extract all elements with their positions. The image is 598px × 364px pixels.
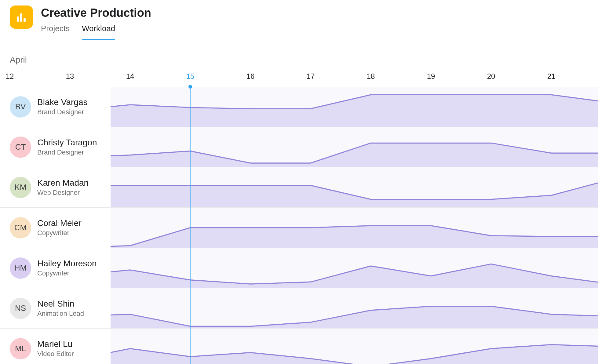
- tab-workload[interactable]: Workload: [82, 24, 115, 40]
- date-19[interactable]: 19: [427, 72, 435, 81]
- workload-row[interactable]: KMKaren MadanWeb Designer: [0, 167, 598, 208]
- person-info: Karen MadanWeb Designer: [37, 178, 89, 196]
- person-name: Hailey Moreson: [37, 259, 97, 268]
- svg-rect-0: [17, 16, 19, 22]
- avatar: CM: [10, 217, 31, 238]
- person-name: Coral Meier: [37, 218, 82, 228]
- person-role: Brand Designer: [37, 148, 97, 156]
- svg-rect-1: [20, 13, 22, 22]
- person-cell[interactable]: NSNeel ShinAnimation Lead: [10, 288, 111, 328]
- avatar: ML: [10, 338, 31, 359]
- avatar: HM: [10, 257, 31, 279]
- date-21[interactable]: 21: [547, 72, 556, 81]
- date-track: 12131415161718192021: [0, 72, 598, 87]
- person-cell[interactable]: CMCoral MeierCopywriter: [10, 208, 111, 248]
- person-info: Neel ShinAnimation Lead: [37, 299, 84, 317]
- person-info: Christy TaragonBrand Designer: [37, 138, 97, 156]
- date-16[interactable]: 16: [246, 72, 255, 81]
- date-20[interactable]: 20: [487, 72, 495, 81]
- tabs: Projects Workload: [41, 24, 151, 40]
- today-dot: [188, 85, 192, 89]
- person-role: Copywriter: [37, 269, 97, 277]
- header-text: Creative Production Projects Workload: [41, 5, 151, 40]
- person-cell[interactable]: CTChristy TaragonBrand Designer: [10, 127, 111, 167]
- person-cell[interactable]: BVBlake VargasBrand Designer: [10, 87, 111, 127]
- person-cell[interactable]: HMHailey MoresonCopywriter: [10, 248, 111, 288]
- person-info: Mariel LuVideo Editor: [37, 339, 74, 358]
- page-title: Creative Production: [41, 7, 151, 20]
- person-name: Mariel Lu: [37, 339, 74, 349]
- person-role: Copywriter: [37, 229, 82, 237]
- date-17[interactable]: 17: [307, 72, 315, 81]
- workload-row[interactable]: CMCoral MeierCopywriter: [0, 208, 598, 248]
- workload-row[interactable]: NSNeel ShinAnimation Lead: [0, 288, 598, 329]
- date-15[interactable]: 15: [186, 72, 195, 81]
- person-cell[interactable]: KMKaren MadanWeb Designer: [10, 167, 111, 207]
- workload-row[interactable]: MLMariel LuVideo Editor: [0, 329, 598, 364]
- avatar: BV: [10, 96, 31, 118]
- person-info: Coral MeierCopywriter: [37, 218, 82, 237]
- person-name: Blake Vargas: [37, 97, 87, 107]
- person-role: Web Designer: [37, 189, 89, 197]
- person-cell[interactable]: MLMariel LuVideo Editor: [10, 329, 111, 364]
- avatar: CT: [10, 136, 31, 158]
- person-name: Christy Taragon: [37, 138, 97, 147]
- person-role: Animation Lead: [37, 310, 84, 318]
- person-info: Blake VargasBrand Designer: [37, 97, 87, 116]
- person-info: Hailey MoresonCopywriter: [37, 259, 97, 277]
- date-12[interactable]: 12: [6, 72, 14, 81]
- avatar: NS: [10, 298, 31, 319]
- date-13[interactable]: 13: [66, 72, 74, 81]
- workload-chart[interactable]: BVBlake VargasBrand DesignerCTChristy Ta…: [0, 87, 598, 364]
- workload-row[interactable]: BVBlake VargasBrand Designer: [0, 87, 598, 127]
- workspace-icon: [10, 5, 33, 29]
- header: Creative Production Projects Workload: [0, 0, 598, 43]
- tab-projects[interactable]: Projects: [41, 24, 70, 40]
- bar-chart-icon: [15, 11, 27, 23]
- person-role: Video Editor: [37, 350, 74, 358]
- person-name: Neel Shin: [37, 299, 84, 309]
- workload-row[interactable]: HMHailey MoresonCopywriter: [0, 248, 598, 288]
- svg-rect-2: [24, 18, 26, 22]
- person-name: Karen Madan: [37, 178, 89, 188]
- person-role: Brand Designer: [37, 108, 87, 116]
- people-column-divider: [118, 87, 118, 364]
- timeline-ruler: April 12131415161718192021: [0, 43, 598, 87]
- workload-row[interactable]: CTChristy TaragonBrand Designer: [0, 127, 598, 167]
- date-14[interactable]: 14: [126, 72, 134, 81]
- date-18[interactable]: 18: [367, 72, 375, 81]
- avatar: KM: [10, 177, 31, 198]
